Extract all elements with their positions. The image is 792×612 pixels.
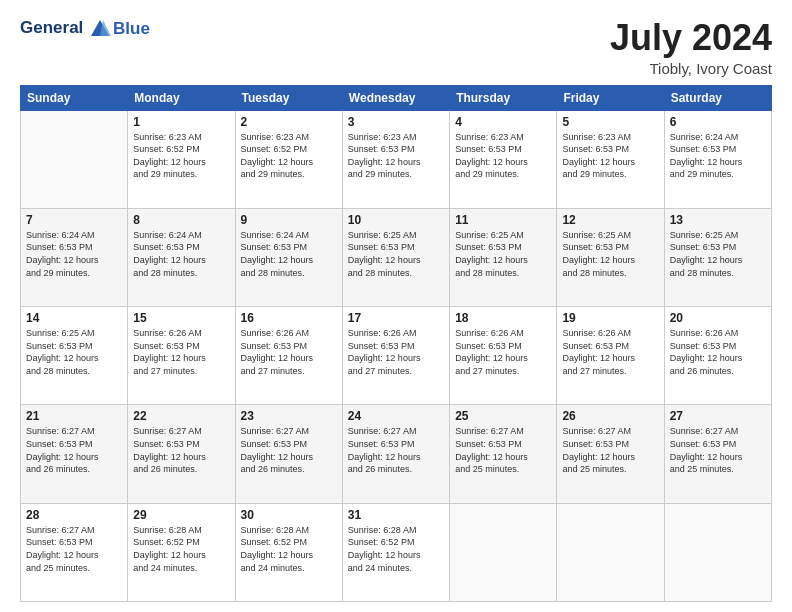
day-number: 10	[348, 213, 444, 227]
calendar-week-row: 1Sunrise: 6:23 AM Sunset: 6:52 PM Daylig…	[21, 110, 772, 208]
calendar-cell: 28Sunrise: 6:27 AM Sunset: 6:53 PM Dayli…	[21, 503, 128, 601]
day-number: 31	[348, 508, 444, 522]
calendar-cell: 13Sunrise: 6:25 AM Sunset: 6:53 PM Dayli…	[664, 208, 771, 306]
calendar-cell: 23Sunrise: 6:27 AM Sunset: 6:53 PM Dayli…	[235, 405, 342, 503]
day-number: 19	[562, 311, 658, 325]
calendar-cell: 4Sunrise: 6:23 AM Sunset: 6:53 PM Daylig…	[450, 110, 557, 208]
day-number: 29	[133, 508, 229, 522]
day-info: Sunrise: 6:24 AM Sunset: 6:53 PM Dayligh…	[26, 229, 122, 279]
month-year: July 2024	[610, 18, 772, 58]
day-number: 9	[241, 213, 337, 227]
day-info: Sunrise: 6:27 AM Sunset: 6:53 PM Dayligh…	[455, 425, 551, 475]
day-info: Sunrise: 6:26 AM Sunset: 6:53 PM Dayligh…	[133, 327, 229, 377]
calendar-table: SundayMondayTuesdayWednesdayThursdayFrid…	[20, 85, 772, 602]
logo: General Blue	[20, 18, 150, 40]
calendar-cell: 21Sunrise: 6:27 AM Sunset: 6:53 PM Dayli…	[21, 405, 128, 503]
day-info: Sunrise: 6:27 AM Sunset: 6:53 PM Dayligh…	[348, 425, 444, 475]
day-number: 21	[26, 409, 122, 423]
day-number: 20	[670, 311, 766, 325]
calendar-week-row: 14Sunrise: 6:25 AM Sunset: 6:53 PM Dayli…	[21, 307, 772, 405]
logo-icon	[89, 18, 111, 40]
day-info: Sunrise: 6:28 AM Sunset: 6:52 PM Dayligh…	[241, 524, 337, 574]
day-number: 7	[26, 213, 122, 227]
calendar-header-thursday: Thursday	[450, 85, 557, 110]
calendar-cell	[664, 503, 771, 601]
calendar-week-row: 28Sunrise: 6:27 AM Sunset: 6:53 PM Dayli…	[21, 503, 772, 601]
day-info: Sunrise: 6:25 AM Sunset: 6:53 PM Dayligh…	[455, 229, 551, 279]
calendar-cell: 2Sunrise: 6:23 AM Sunset: 6:52 PM Daylig…	[235, 110, 342, 208]
day-number: 18	[455, 311, 551, 325]
page: General Blue July 2024 Tiobly, Ivory Coa…	[0, 0, 792, 612]
day-info: Sunrise: 6:25 AM Sunset: 6:53 PM Dayligh…	[26, 327, 122, 377]
day-number: 24	[348, 409, 444, 423]
day-info: Sunrise: 6:26 AM Sunset: 6:53 PM Dayligh…	[241, 327, 337, 377]
day-info: Sunrise: 6:26 AM Sunset: 6:53 PM Dayligh…	[670, 327, 766, 377]
day-number: 2	[241, 115, 337, 129]
calendar-cell: 3Sunrise: 6:23 AM Sunset: 6:53 PM Daylig…	[342, 110, 449, 208]
calendar-header-tuesday: Tuesday	[235, 85, 342, 110]
day-info: Sunrise: 6:23 AM Sunset: 6:53 PM Dayligh…	[348, 131, 444, 181]
calendar-cell: 20Sunrise: 6:26 AM Sunset: 6:53 PM Dayli…	[664, 307, 771, 405]
calendar-cell: 22Sunrise: 6:27 AM Sunset: 6:53 PM Dayli…	[128, 405, 235, 503]
day-number: 17	[348, 311, 444, 325]
day-number: 11	[455, 213, 551, 227]
day-number: 27	[670, 409, 766, 423]
calendar-cell	[21, 110, 128, 208]
calendar-header-sunday: Sunday	[21, 85, 128, 110]
day-number: 1	[133, 115, 229, 129]
calendar-cell: 11Sunrise: 6:25 AM Sunset: 6:53 PM Dayli…	[450, 208, 557, 306]
calendar-cell: 6Sunrise: 6:24 AM Sunset: 6:53 PM Daylig…	[664, 110, 771, 208]
calendar-header-wednesday: Wednesday	[342, 85, 449, 110]
calendar-cell: 14Sunrise: 6:25 AM Sunset: 6:53 PM Dayli…	[21, 307, 128, 405]
calendar-cell: 24Sunrise: 6:27 AM Sunset: 6:53 PM Dayli…	[342, 405, 449, 503]
day-number: 16	[241, 311, 337, 325]
day-info: Sunrise: 6:25 AM Sunset: 6:53 PM Dayligh…	[562, 229, 658, 279]
day-info: Sunrise: 6:28 AM Sunset: 6:52 PM Dayligh…	[133, 524, 229, 574]
day-number: 6	[670, 115, 766, 129]
calendar-week-row: 21Sunrise: 6:27 AM Sunset: 6:53 PM Dayli…	[21, 405, 772, 503]
day-info: Sunrise: 6:25 AM Sunset: 6:53 PM Dayligh…	[670, 229, 766, 279]
day-number: 15	[133, 311, 229, 325]
day-info: Sunrise: 6:24 AM Sunset: 6:53 PM Dayligh…	[670, 131, 766, 181]
logo-text: General	[20, 18, 111, 40]
calendar-cell: 19Sunrise: 6:26 AM Sunset: 6:53 PM Dayli…	[557, 307, 664, 405]
logo-general: General	[20, 18, 83, 37]
day-info: Sunrise: 6:27 AM Sunset: 6:53 PM Dayligh…	[26, 425, 122, 475]
day-number: 12	[562, 213, 658, 227]
header: General Blue July 2024 Tiobly, Ivory Coa…	[20, 18, 772, 77]
location: Tiobly, Ivory Coast	[610, 60, 772, 77]
day-number: 26	[562, 409, 658, 423]
day-info: Sunrise: 6:27 AM Sunset: 6:53 PM Dayligh…	[670, 425, 766, 475]
day-number: 8	[133, 213, 229, 227]
calendar-cell: 15Sunrise: 6:26 AM Sunset: 6:53 PM Dayli…	[128, 307, 235, 405]
calendar-cell	[557, 503, 664, 601]
calendar-cell: 17Sunrise: 6:26 AM Sunset: 6:53 PM Dayli…	[342, 307, 449, 405]
calendar-header-saturday: Saturday	[664, 85, 771, 110]
calendar-cell: 1Sunrise: 6:23 AM Sunset: 6:52 PM Daylig…	[128, 110, 235, 208]
day-info: Sunrise: 6:26 AM Sunset: 6:53 PM Dayligh…	[562, 327, 658, 377]
calendar-cell: 26Sunrise: 6:27 AM Sunset: 6:53 PM Dayli…	[557, 405, 664, 503]
day-info: Sunrise: 6:27 AM Sunset: 6:53 PM Dayligh…	[133, 425, 229, 475]
day-number: 4	[455, 115, 551, 129]
day-info: Sunrise: 6:23 AM Sunset: 6:53 PM Dayligh…	[562, 131, 658, 181]
calendar-cell: 5Sunrise: 6:23 AM Sunset: 6:53 PM Daylig…	[557, 110, 664, 208]
day-number: 13	[670, 213, 766, 227]
calendar-cell	[450, 503, 557, 601]
calendar-week-row: 7Sunrise: 6:24 AM Sunset: 6:53 PM Daylig…	[21, 208, 772, 306]
svg-marker-1	[100, 20, 111, 36]
day-info: Sunrise: 6:24 AM Sunset: 6:53 PM Dayligh…	[133, 229, 229, 279]
calendar-header-row: SundayMondayTuesdayWednesdayThursdayFrid…	[21, 85, 772, 110]
calendar-cell: 7Sunrise: 6:24 AM Sunset: 6:53 PM Daylig…	[21, 208, 128, 306]
day-info: Sunrise: 6:26 AM Sunset: 6:53 PM Dayligh…	[455, 327, 551, 377]
calendar-header-friday: Friday	[557, 85, 664, 110]
day-number: 30	[241, 508, 337, 522]
logo-blue: Blue	[113, 19, 150, 39]
calendar-cell: 27Sunrise: 6:27 AM Sunset: 6:53 PM Dayli…	[664, 405, 771, 503]
day-info: Sunrise: 6:28 AM Sunset: 6:52 PM Dayligh…	[348, 524, 444, 574]
day-info: Sunrise: 6:23 AM Sunset: 6:52 PM Dayligh…	[133, 131, 229, 181]
calendar-cell: 12Sunrise: 6:25 AM Sunset: 6:53 PM Dayli…	[557, 208, 664, 306]
day-number: 3	[348, 115, 444, 129]
calendar-cell: 18Sunrise: 6:26 AM Sunset: 6:53 PM Dayli…	[450, 307, 557, 405]
calendar-cell: 10Sunrise: 6:25 AM Sunset: 6:53 PM Dayli…	[342, 208, 449, 306]
title-section: July 2024 Tiobly, Ivory Coast	[610, 18, 772, 77]
